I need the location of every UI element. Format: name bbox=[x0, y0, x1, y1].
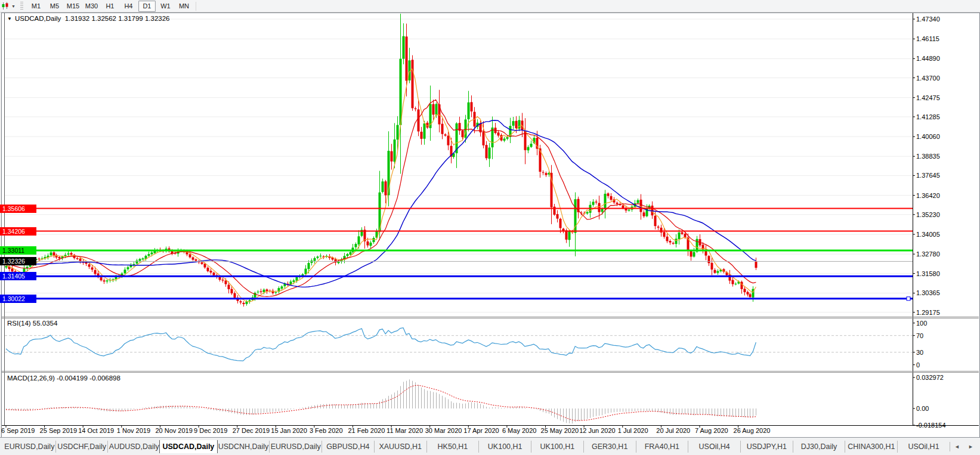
toolbar-separator bbox=[196, 2, 196, 11]
chart-tab-bar: EURUSD,DailyUSDCHF,DailyAUDUSD,DailyUSDC… bbox=[0, 437, 980, 455]
chart-tab-usdcnh-daily-4[interactable]: USDCNH,Daily bbox=[217, 441, 270, 453]
chart-ohlc-values: 1.31932 1.32562 1.31799 1.32326 bbox=[65, 15, 170, 22]
scroll-right-icon[interactable]: ► bbox=[968, 444, 973, 450]
chart-type-icon[interactable] bbox=[0, 1, 11, 11]
chart-tab-xauusd-h1-7[interactable]: XAUUSD,H1 bbox=[374, 441, 426, 453]
chart-tab-usdjpy-h1-14[interactable]: USDJPY,H1 bbox=[740, 441, 793, 453]
timeframe-button-w1[interactable]: W1 bbox=[157, 1, 174, 12]
timeframe-toolbar: ▼ M1M5M15M30H1H4D1W1MN bbox=[0, 0, 980, 13]
chart-tab-audusd-daily-2[interactable]: AUDUSD,Daily bbox=[107, 441, 160, 453]
candlestick-chart-icon bbox=[1, 2, 10, 10]
macd-label: MACD(12,26,9) -0.004199 -0.006898 bbox=[7, 374, 120, 382]
chart-tabs: EURUSD,DailyUSDCHF,DailyAUDUSD,DailyUSDC… bbox=[4, 440, 950, 453]
rsi-label: RSI(14) 55.0354 bbox=[7, 320, 57, 327]
chart-tab-dj30-daily-15[interactable]: DJ30,Daily bbox=[793, 441, 845, 453]
timeframe-button-m1[interactable]: M1 bbox=[27, 1, 45, 12]
chart-tab-usoil-h4-13[interactable]: USOil,H4 bbox=[688, 441, 740, 453]
chevron-down-icon[interactable]: ▼ bbox=[11, 4, 16, 8]
toolbar-grip[interactable] bbox=[20, 2, 23, 10]
timeframe-button-m5[interactable]: M5 bbox=[46, 1, 63, 12]
chart-canvas[interactable] bbox=[0, 0, 980, 455]
chart-tab-ger30-h1-11[interactable]: GER30,H1 bbox=[583, 441, 636, 453]
chart-tab-uk100-h1-10[interactable]: UK100,H1 bbox=[531, 441, 583, 453]
chart-title: ▼USDCAD,Daily 1.31932 1.32562 1.31799 1.… bbox=[7, 15, 170, 22]
timeframe-button-d1[interactable]: D1 bbox=[138, 1, 156, 12]
pane-separator[interactable] bbox=[1, 370, 979, 373]
timeframe-button-mn[interactable]: MN bbox=[175, 1, 193, 12]
timeframe-button-h4[interactable]: H4 bbox=[120, 1, 137, 12]
chart-tab-eurusd-daily-5[interactable]: EURUSD,Daily bbox=[269, 441, 321, 453]
triangle-down-icon: ▼ bbox=[7, 16, 12, 21]
chart-tab-gbpusd-h4-6[interactable]: GBPUSD,H4 bbox=[321, 441, 374, 453]
pane-separator[interactable] bbox=[1, 315, 979, 318]
chart-tab-usdcad-daily-3[interactable]: USDCAD,Daily bbox=[159, 440, 217, 453]
chart-tab-eurusd-daily-0[interactable]: EURUSD,Daily bbox=[4, 441, 55, 453]
chart-tab-hk50-h1-8[interactable]: HK50,H1 bbox=[426, 441, 479, 453]
timeframe-button-h1[interactable]: H1 bbox=[101, 1, 119, 12]
chart-tab-fra40-h1-12[interactable]: FRA40,H1 bbox=[636, 441, 688, 453]
chart-tab-uk100-h1-9[interactable]: UK100,H1 bbox=[478, 441, 531, 453]
timeframe-button-m30[interactable]: M30 bbox=[83, 1, 100, 12]
chart-symbol-label: USDCAD,Daily bbox=[15, 15, 61, 22]
tab-scroll-arrows: ◄ ► bbox=[950, 442, 978, 451]
scroll-left-icon[interactable]: ◄ bbox=[954, 444, 960, 450]
mt4-terminal: ▼ M1M5M15M30H1H4D1W1MN 1.473401.461151.4… bbox=[0, 0, 980, 455]
chart-tab-usdchf-daily-1[interactable]: USDCHF,Daily bbox=[55, 441, 108, 453]
chart-tab-usoil-h1-17[interactable]: USOil,H1 bbox=[897, 441, 950, 453]
timeframe-button-m15[interactable]: M15 bbox=[64, 1, 82, 12]
chart-tab-china300-h1-16[interactable]: CHINA300,H1 bbox=[845, 441, 897, 453]
timeframe-buttons: M1M5M15M30H1H4D1W1MN bbox=[27, 1, 193, 12]
